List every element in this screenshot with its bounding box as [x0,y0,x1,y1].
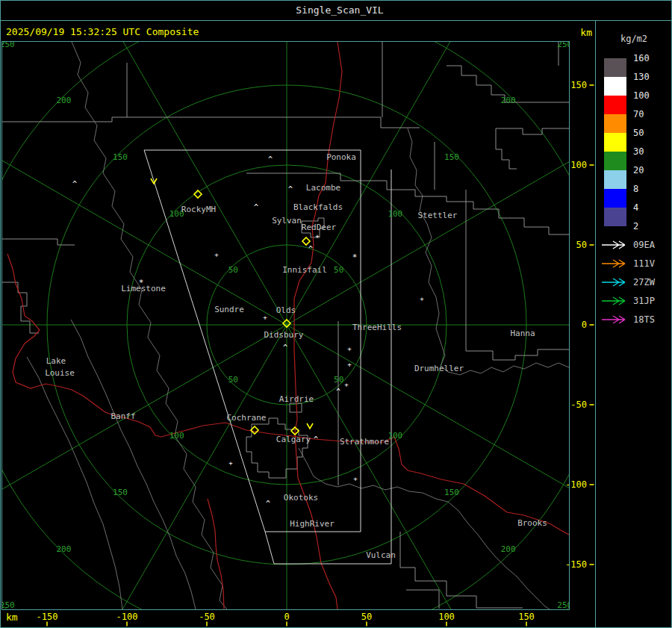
city-label: Drumheller [414,364,464,373]
colorbar-swatch [604,77,626,96]
colorbar-value: 4 [633,202,638,213]
river-bow [299,448,550,609]
right-axis-tick-label: 0 [582,320,587,330]
city-label: Brooks [517,518,547,528]
colorbar-swatch [604,170,626,189]
colorbar-value: 20 [633,165,644,175]
city-label: Hanna [510,329,535,338]
legend-site-id: 27ZW [633,277,656,287]
legend-arrow-icon [602,316,625,323]
range-ring-label: 50 [228,375,238,385]
city-label: Airdrie [279,394,314,404]
range-rings-group [0,0,672,628]
legend-arrow-icon [602,297,625,305]
radar-site-diamond-marker [302,237,310,245]
window-title: Single_Scan_VIL [296,4,384,16]
range-ring-label: 100 [169,431,184,441]
city-label: Banff [111,411,135,421]
right-axis-unit: km [580,27,592,38]
plus-town-marker: + [353,475,358,482]
caret-town-marker: ^ [254,203,258,211]
caret-town-marker: ^ [283,343,287,352]
city-label: Strathmore [340,437,389,447]
plus-town-marker: + [344,381,349,388]
right-axis-tick-label: -150 [565,559,587,570]
radar-display: Single_Scan_VIL 2025/09/19 15:32:25 UTC … [0,0,672,628]
plus-town-marker: + [263,314,267,321]
colorbar-value: 30 [633,146,644,157]
colorbar-swatch [604,96,626,114]
city-label: Ponoka [326,152,356,162]
range-ring-label: 200 [56,544,71,554]
mountain-park-boundary [72,42,227,609]
city-label: ThreeHills [352,323,402,332]
radar-site-v-marker [307,423,313,429]
colorbar-value: 2 [633,221,638,231]
legend-site-id: 18TS [633,314,655,325]
bottom-axis-tick-label: 0 [284,612,289,622]
legend-arrow-icon [602,279,625,286]
range-ring-label: 100 [388,209,402,219]
timestamp-label: 2025/09/19 15:32:25 UTC Composite [6,26,199,37]
colorbar-swatch [604,152,626,170]
legend-arrow-icon [602,260,625,267]
legend-site-id: 111V [633,258,655,269]
range-ring-label: 200 [501,96,516,105]
azimuth-spoke [0,0,287,325]
azimuth-spoke [287,0,585,325]
city-label: Blackfalds [293,202,343,212]
map-canvas[interactable]: 5050505010010010010015015015015020020020… [0,0,672,628]
city-label: Sundre [214,305,244,314]
bottom-axis-tick-label: -150 [37,612,58,622]
bottom-axis-tick-label: 50 [361,612,372,622]
plus-town-marker: + [228,459,233,467]
colorbar-value: 130 [633,72,650,82]
radar-app-window: Single_Scan_VIL 2025/09/19 15:32:25 UTC … [0,0,672,628]
legend-site-id: 09EA [633,240,656,250]
colorbar-swatch [604,58,626,77]
range-ring-label: 250 [557,40,572,49]
city-label: HighRiver [290,519,335,529]
right-axis-tick-label: -50 [570,400,587,410]
caret-town-marker: ^ [266,500,270,508]
plus-town-marker: + [347,361,352,368]
city-label: Lake [46,356,66,366]
azimuth-spoke [0,325,287,628]
city-label: Louise [45,368,75,378]
city-label: Calgary [276,435,311,444]
caret-town-marker: ^ [308,245,313,253]
range-ring-label: 150 [444,152,459,162]
colorbar-swatch [604,189,626,208]
range-ring-label: 50 [228,265,238,275]
colorbar-group: 16013010070503020842 [604,53,650,231]
range-ring-label: 50 [334,375,343,385]
colorbar-swatch [604,114,626,133]
plus-town-marker: + [214,251,219,258]
city-label: Cochrane [227,413,267,423]
city-label: Lacombe [306,183,340,193]
city-label: Olds [276,305,296,315]
range-ring-label: 250 [557,600,572,610]
city-label: Vulcan [366,550,396,560]
city-label: Innisfail [282,265,327,275]
river-mountain-1 [71,320,196,609]
bottom-axis-tick-label: 150 [518,612,535,622]
river-mountain-2 [27,357,122,609]
city-label: RedDeer [302,223,337,232]
bottom-axis-tick-label: 100 [438,612,455,622]
range-ring-label: 200 [501,544,516,554]
bottom-axis-tick-label: -100 [116,612,138,622]
city-label: Stettler [418,211,458,220]
plus-town-marker: + [315,232,320,240]
right-axis-tick-label: 50 [576,240,587,250]
city-label: RockyMH [181,205,216,214]
colorbar-value: 50 [633,128,644,138]
plus-town-marker: + [420,295,424,302]
colorbar-unit: kg/m2 [620,34,647,44]
right-axis-tick-label: 100 [570,160,587,170]
range-ring [0,0,672,628]
right-axis-tick-label: 150 [570,80,587,90]
azimuth-spoke [0,325,287,624]
range-ring-label: 150 [113,152,128,162]
right-axis-tick-label: -100 [565,479,587,490]
